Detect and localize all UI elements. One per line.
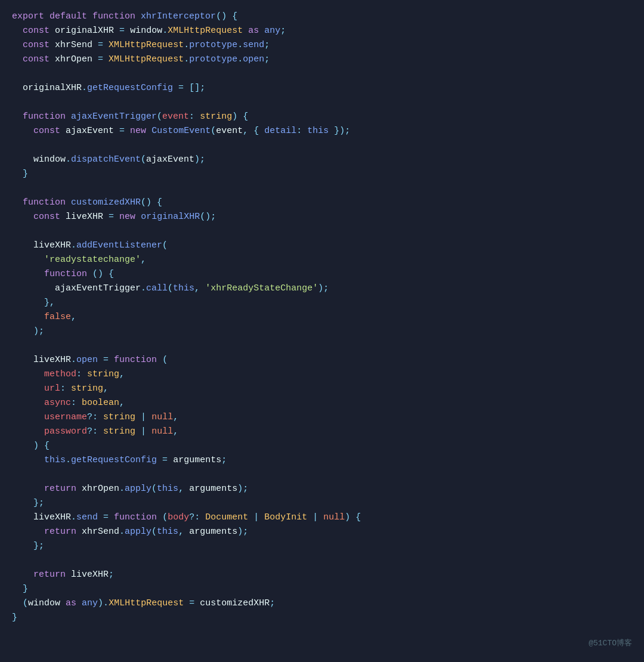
code-line-43: } [12, 611, 632, 625]
code-line-30: password?: string | null, [12, 425, 632, 439]
code-line-37: return xhrSend.apply(this, arguments); [12, 525, 632, 539]
code-line-6: originalXHR.getRequestConfig = []; [12, 81, 632, 95]
code-line-33 [12, 468, 632, 482]
code-line-21: }, [12, 296, 632, 310]
code-line-2: const originalXHR = window.XMLHttpReques… [12, 24, 632, 38]
code-line-16 [12, 224, 632, 239]
code-line-31: ) { [12, 439, 632, 453]
code-line-29: username?: string | null, [12, 410, 632, 425]
code-line-7 [12, 95, 632, 110]
code-line-13 [12, 181, 632, 196]
code-line-17: liveXHR.addEventListener( [12, 239, 632, 253]
code-line-10 [12, 138, 632, 153]
code-line-11: window.dispatchEvent(ajaxEvent); [12, 153, 632, 167]
code-line-14: function customizedXHR() { [12, 196, 632, 210]
code-line-36: liveXHR.send = function (body?: Document… [12, 511, 632, 525]
watermark: @51CTO博客 [589, 638, 632, 650]
code-line-27: url: string, [12, 382, 632, 396]
code-line-32: this.getRequestConfig = arguments; [12, 453, 632, 468]
code-line-20: ajaxEventTrigger.call(this, 'xhrReadySta… [12, 281, 632, 296]
code-line-34: return xhrOpen.apply(this, arguments); [12, 482, 632, 496]
code-line-39 [12, 553, 632, 568]
code-line-26: method: string, [12, 367, 632, 382]
code-line-5 [12, 67, 632, 81]
code-line-8: function ajaxEventTrigger(event: string)… [12, 110, 632, 124]
code-line-28: async: boolean, [12, 396, 632, 410]
code-line-19: function () { [12, 267, 632, 281]
code-line-38: }; [12, 539, 632, 553]
code-line-35: }; [12, 496, 632, 511]
code-line-23: ); [12, 324, 632, 339]
code-line-18: 'readystatechange', [12, 253, 632, 267]
code-line-41: } [12, 582, 632, 596]
code-line-24 [12, 339, 632, 353]
code-line-12: } [12, 167, 632, 181]
code-line-4: const xhrOpen = XMLHttpRequest.prototype… [12, 52, 632, 67]
code-line-42: (window as any).XMLHttpRequest = customi… [12, 596, 632, 611]
code-line-25: liveXHR.open = function ( [12, 353, 632, 367]
code-line-22: false, [12, 310, 632, 324]
code-line-3: const xhrSend = XMLHttpRequest.prototype… [12, 38, 632, 52]
code-line-1: export default function xhrInterceptor()… [12, 10, 632, 24]
code-line-15: const liveXHR = new originalXHR(); [12, 210, 632, 224]
code-editor: export default function xhrInterceptor()… [0, 0, 644, 662]
code-line-40: return liveXHR; [12, 568, 632, 582]
code-line-9: const ajaxEvent = new CustomEvent(event,… [12, 124, 632, 138]
